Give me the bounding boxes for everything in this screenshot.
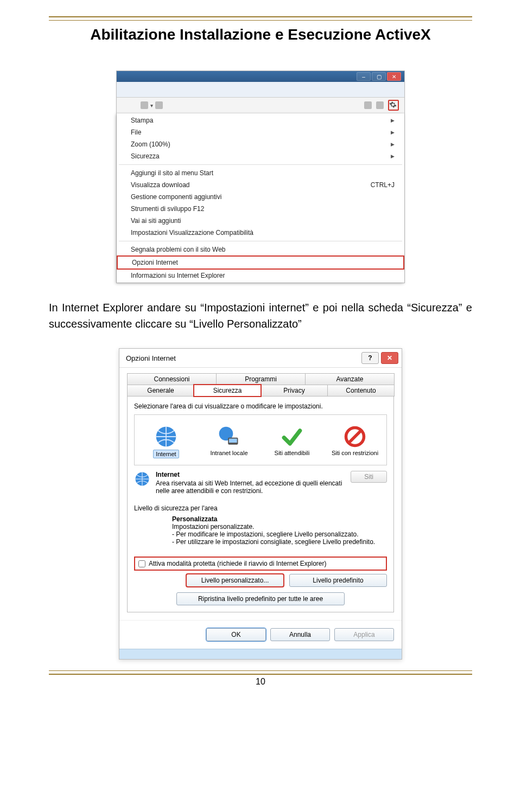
menu-item[interactable]: Segnala problemi con il sito Web	[117, 244, 404, 255]
internet-icon	[154, 425, 178, 449]
zone-internet[interactable]: Internet	[142, 425, 190, 458]
tab-privacy[interactable]: Privacy	[260, 385, 328, 397]
zone-trusted[interactable]: Siti attendibili	[268, 425, 316, 456]
menu-item-label: File	[131, 129, 141, 136]
menu-item-label: Informazioni su Internet Explorer	[131, 272, 225, 279]
tab-programmi[interactable]: Programmi	[216, 373, 306, 385]
menu-item-shortcut: CTRL+J	[371, 181, 395, 189]
doc-title: Abilitazione Installazione e Esecuzione …	[49, 26, 472, 43]
dropdown-icon[interactable]: ▾	[150, 103, 153, 108]
zone-label: Intranet locale	[205, 450, 253, 456]
menu-item-label: Aggiungi il sito al menu Start	[131, 169, 213, 177]
dialog-titlebar: Opzioni Internet ? ✕	[119, 349, 402, 368]
home-icon[interactable]	[141, 101, 148, 109]
dialog-title: Opzioni Internet	[126, 354, 176, 362]
feeds-icon[interactable]	[155, 101, 163, 109]
apply-button[interactable]: Applica	[334, 628, 394, 641]
submenu-arrow-icon: ▶	[391, 142, 395, 147]
dialog-bottom-strip	[119, 649, 402, 659]
help-button[interactable]: ?	[361, 352, 379, 364]
security-level-label: Livello di sicurezza per l'area	[134, 504, 387, 512]
menu-item[interactable]: File▶	[117, 126, 404, 138]
ok-button[interactable]: OK	[206, 628, 266, 641]
globe-icon	[134, 471, 150, 487]
bottom-rule	[49, 670, 472, 675]
custom-level-line: Impostazioni personalizzate.	[172, 523, 387, 530]
ie-tools-menu-screenshot: – ▢ ✕ ▾ Stampa▶File▶Zoom (100%)▶Sicurezz…	[116, 71, 405, 283]
intranet-icon	[217, 425, 241, 449]
protected-mode-checkbox[interactable]	[138, 560, 145, 567]
ie-window-titlebar: – ▢ ✕	[117, 71, 404, 82]
menu-item[interactable]: Strumenti di sviluppo F12	[117, 203, 404, 215]
svg-line-5	[349, 431, 361, 443]
tab-contenuto[interactable]: Contenuto	[327, 385, 395, 397]
zone-intranet[interactable]: Intranet locale	[205, 425, 253, 456]
menu-item[interactable]: Vai ai siti aggiunti	[117, 215, 404, 227]
favorites-icon[interactable]	[376, 101, 384, 109]
sites-button[interactable]: Siti	[351, 471, 387, 483]
zone-description: Internet Area riservata ai siti Web Inte…	[156, 471, 345, 495]
tab-avanzate[interactable]: Avanzate	[305, 373, 395, 385]
zone-label: Internet	[153, 450, 179, 458]
tab-generale[interactable]: Generale	[127, 385, 194, 397]
menu-item-label: Visualizza download	[131, 181, 190, 189]
top-rule	[49, 16, 472, 21]
zone-restricted[interactable]: Siti con restrizioni	[331, 425, 379, 456]
restricted-icon	[343, 425, 367, 449]
page-number: 10	[49, 677, 472, 687]
menu-item-label: Opzioni Internet	[132, 259, 178, 266]
menu-item[interactable]: Aggiungi il sito al menu Start	[117, 167, 404, 179]
minimize-button[interactable]: –	[357, 72, 371, 81]
close-button[interactable]: ✕	[381, 352, 398, 364]
submenu-arrow-icon: ▶	[391, 154, 395, 159]
close-button[interactable]: ✕	[387, 72, 401, 81]
tab-connessioni[interactable]: Connessioni	[127, 373, 217, 385]
submenu-arrow-icon: ▶	[391, 118, 395, 123]
menu-item[interactable]: Gestione componenti aggiuntivi	[117, 191, 404, 203]
zone-label: Siti con restrizioni	[331, 450, 379, 456]
tab-sicurezza[interactable]: Sicurezza	[194, 385, 261, 397]
dialog-footer-buttons: OK Annulla Applica	[119, 620, 402, 649]
ie-tab-strip	[117, 82, 404, 98]
menu-item-label: Gestione componenti aggiuntivi	[131, 193, 221, 201]
menu-item[interactable]: Zoom (100%)▶	[117, 138, 404, 150]
gear-icon[interactable]	[388, 100, 399, 111]
ie-command-bar: ▾	[117, 98, 404, 113]
reset-all-button[interactable]: Ripristina livello predefinito per tutte…	[176, 592, 345, 605]
maximize-button[interactable]: ▢	[372, 72, 386, 81]
trusted-icon	[280, 425, 304, 449]
menu-item[interactable]: Impostazioni Visualizzazione Compatibili…	[117, 227, 404, 239]
home2-icon[interactable]	[364, 101, 372, 109]
cancel-button[interactable]: Annulla	[270, 628, 330, 641]
menu-item-label: Stampa	[131, 117, 153, 124]
protected-mode-label: Attiva modalità protetta (richiede il ri…	[149, 560, 326, 567]
custom-level-line: - Per utilizzare le impostazioni consigl…	[172, 538, 387, 546]
instruction-paragraph: In Internet Explorer andare su “Impostaz…	[49, 299, 472, 332]
menu-item[interactable]: Stampa▶	[117, 114, 404, 126]
submenu-arrow-icon: ▶	[391, 130, 395, 135]
protected-mode-row: Attiva modalità protetta (richiede il ri…	[134, 557, 387, 571]
custom-level-line: - Per modificare le impostazioni, scegli…	[172, 530, 387, 538]
internet-options-dialog: Opzioni Internet ? ✕ ConnessioniProgramm…	[119, 348, 402, 660]
default-level-button[interactable]: Livello predefinito	[289, 574, 387, 587]
menu-item-label: Strumenti di sviluppo F12	[131, 205, 204, 213]
ie-tools-dropdown-menu: Stampa▶File▶Zoom (100%)▶Sicurezza▶ Aggiu…	[117, 113, 404, 283]
custom-level-description: Personalizzata Impostazioni personalizza…	[172, 515, 387, 546]
zone-prompt: Selezionare l'area di cui visualizzare o…	[134, 402, 387, 410]
menu-item-label: Impostazioni Visualizzazione Compatibili…	[131, 229, 253, 236]
menu-item-label: Sicurezza	[131, 152, 160, 160]
svg-rect-3	[229, 439, 237, 443]
menu-item[interactable]: Visualizza downloadCTRL+J	[117, 179, 404, 191]
custom-level-button[interactable]: Livello personalizzato...	[186, 574, 284, 587]
dialog-tabs: ConnessioniProgrammiAvanzate GeneraleSic…	[127, 373, 394, 396]
zone-label: Siti attendibili	[268, 450, 316, 456]
menu-item[interactable]: Informazioni su Internet Explorer	[117, 270, 404, 282]
menu-item-label: Vai ai siti aggiunti	[131, 217, 181, 225]
menu-item-label: Zoom (100%)	[131, 140, 170, 148]
menu-item[interactable]: Opzioni Internet	[117, 255, 404, 270]
menu-item-label: Segnala problemi con il sito Web	[131, 246, 226, 253]
menu-item[interactable]: Sicurezza▶	[117, 150, 404, 162]
